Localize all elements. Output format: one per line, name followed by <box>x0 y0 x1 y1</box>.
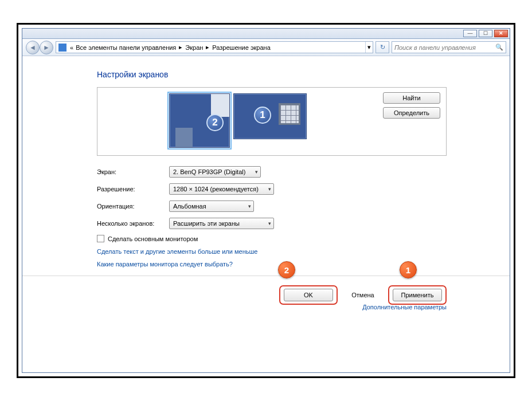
nav-forward-button[interactable]: ► <box>40 41 53 54</box>
maximize-button[interactable]: ☐ <box>479 30 492 37</box>
monitor-decor <box>211 94 229 117</box>
highlight-apply: Применить <box>388 285 447 305</box>
control-panel-icon <box>58 44 66 52</box>
crumb-resolution[interactable]: Разрешение экрана <box>211 44 271 51</box>
nav-buttons: ◄ ► <box>26 41 53 54</box>
which-settings-link[interactable]: Какие параметры монитора следует выбрать… <box>97 261 447 268</box>
multi-display-dropdown[interactable]: Расширить эти экраны <box>169 218 274 229</box>
screenshot-frame: — ☐ ✕ ◄ ► « Все элементы панели управлен… <box>17 23 515 378</box>
minimize-button[interactable]: — <box>463 30 477 37</box>
monitor-1[interactable]: 1 <box>233 93 307 139</box>
multi-label: Несколько экранов: <box>97 220 169 227</box>
resolution-dropdown[interactable]: 1280 × 1024 (рекомендуется) <box>169 183 274 195</box>
display-arrangement-box: 2 1 Найти Определить <box>97 87 447 156</box>
text-size-link[interactable]: Сделать текст и другие элементы больше и… <box>97 248 447 255</box>
orientation-label: Ориентация: <box>97 203 169 210</box>
monitor-2[interactable]: 2 <box>169 93 230 148</box>
apply-button[interactable]: Применить <box>393 289 442 301</box>
annotation-badge-2: 2 <box>278 261 295 278</box>
detect-button[interactable]: Определить <box>383 107 440 119</box>
annotation-badge-1: 1 <box>400 261 417 278</box>
window: — ☐ ✕ ◄ ► « Все элементы панели управлен… <box>22 28 510 373</box>
crumb-dropdown-icon[interactable]: ▾ <box>365 42 373 53</box>
monitors-area[interactable]: 2 1 <box>101 91 375 148</box>
content: Настройки экранов 2 1 Найти Определить Э… <box>22 56 510 372</box>
orientation-dropdown[interactable]: Альбомная <box>169 200 254 212</box>
monitor-number: 1 <box>254 107 271 124</box>
crumb-display[interactable]: Экран <box>184 44 204 51</box>
screen-label: Экран: <box>97 168 169 175</box>
ok-button[interactable]: OK <box>284 289 333 301</box>
search-icon: 🔍 <box>495 44 503 51</box>
crumb-sep-icon: ▸ <box>204 44 211 51</box>
find-button[interactable]: Найти <box>383 92 440 104</box>
page-title: Настройки экранов <box>97 70 447 79</box>
primary-monitor-checkbox[interactable]: Сделать основным монитором <box>97 235 447 242</box>
titlebar: — ☐ ✕ <box>22 29 510 39</box>
side-buttons: Найти Определить <box>383 91 443 119</box>
crumb-sep-icon: ▸ <box>177 44 184 51</box>
checkbox-icon <box>97 235 104 242</box>
resolution-label: Разрешение: <box>97 186 169 192</box>
cancel-button[interactable]: Отмена <box>346 289 380 301</box>
crumb-all-items[interactable]: Все элементы панели управления <box>75 44 177 51</box>
crumb-prefix: « <box>69 44 75 51</box>
monitor-number: 2 <box>206 114 224 131</box>
monitor-decor <box>175 128 193 147</box>
monitor-decor <box>279 103 300 125</box>
breadcrumb[interactable]: « Все элементы панели управления ▸ Экран… <box>56 41 373 53</box>
close-button[interactable]: ✕ <box>494 30 508 37</box>
checkbox-label: Сделать основным монитором <box>108 235 198 242</box>
search-placeholder: Поиск в панели управления <box>394 44 476 51</box>
nav-back-button[interactable]: ◄ <box>26 41 40 54</box>
refresh-button[interactable]: ↻ <box>375 41 389 53</box>
highlight-ok: OK <box>279 285 338 305</box>
button-row: 2 1 OK Отмена Применить <box>97 276 447 305</box>
search-input[interactable]: Поиск в панели управления 🔍 <box>392 41 506 53</box>
navbar: ◄ ► « Все элементы панели управления ▸ Э… <box>22 39 510 56</box>
screen-dropdown[interactable]: 2. BenQ FP93GP (Digital) <box>169 166 261 178</box>
